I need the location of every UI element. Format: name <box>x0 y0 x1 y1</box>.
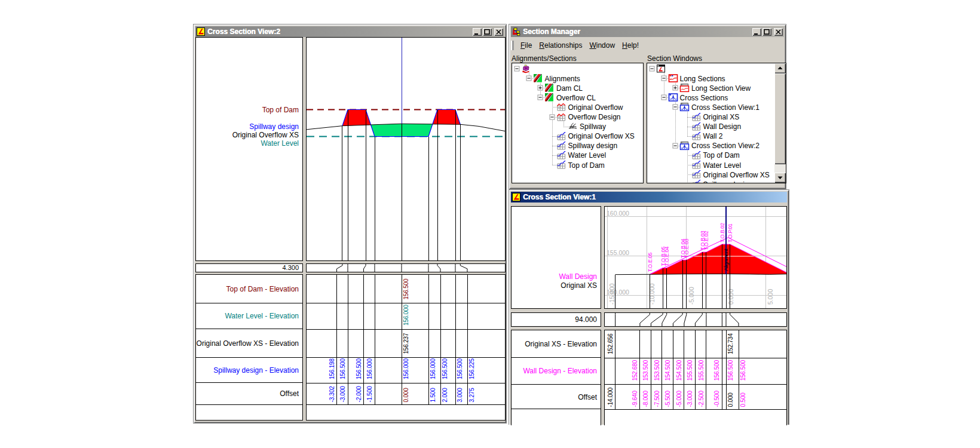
csv1-table-svg: 152.656152.734152.680153.500153.500154.5… <box>605 330 786 425</box>
tree-expander-minus[interactable] <box>661 95 666 100</box>
scroll-down-button[interactable] <box>774 173 786 183</box>
csv2-table-svg: 156.500156.000156.237156.198156.500156.5… <box>307 275 505 420</box>
alignments-tree-node[interactable]: Original Overflow <box>568 103 623 112</box>
table-value: 156.000 <box>430 358 436 379</box>
series-label: Original XS <box>561 281 597 290</box>
table-value: 153.500 <box>642 360 649 381</box>
tree-expander-minus[interactable] <box>514 66 520 72</box>
table-value: 152.680 <box>632 360 638 381</box>
alignments-tree-node[interactable]: Overflow CL <box>556 94 596 102</box>
csv2-band-label-cell: 4.300 <box>195 263 303 272</box>
band-connector <box>640 313 650 326</box>
windows-tree-node[interactable]: Cross Section View:1 <box>691 103 760 112</box>
windows-tree-node[interactable]: Cross Section View:2 <box>691 142 760 150</box>
profB-icon <box>556 141 566 151</box>
table-value: 3.275 <box>468 388 475 403</box>
scroll-thumb[interactable] <box>774 73 786 164</box>
csv2-close-button[interactable] <box>494 28 503 36</box>
tree-expander-minus[interactable] <box>673 105 678 110</box>
alignments-tree-node[interactable]: Overflow Design <box>568 113 621 121</box>
csv2-table: 156.500156.000156.237156.198156.500156.5… <box>306 274 506 421</box>
csv1-titlebar[interactable]: Cross Section View:1 <box>511 192 787 202</box>
manager-close-button[interactable] <box>774 28 783 36</box>
elevation-tick-label: 160.000 <box>607 210 629 217</box>
csv2-titlebar[interactable]: Cross Section View:2 <box>195 26 504 37</box>
table-value: 1.500 <box>430 388 436 403</box>
window-section-manager: Section Manager FileRelationshipsWindowH… <box>509 24 786 189</box>
profR-icon <box>556 112 566 122</box>
tree-expander-plus[interactable] <box>538 85 543 91</box>
table-value: 2.000 <box>442 388 448 403</box>
table-row-label: Wall Design - Elevation <box>523 367 597 375</box>
alignments-tree-node[interactable]: Spillway design <box>568 142 618 150</box>
table-value: -2.000 <box>356 386 362 403</box>
windows-tree-node[interactable]: Original XS <box>703 113 740 121</box>
windows-tree-node[interactable]: Wall Design <box>703 122 742 131</box>
series-label: Wall Design <box>559 272 597 281</box>
menubar-grip[interactable] <box>511 41 514 50</box>
windows-tree-node[interactable]: Long Sections <box>680 75 725 83</box>
manager-minimize-button[interactable] <box>752 28 761 36</box>
profR-icon <box>556 102 566 112</box>
menu-file[interactable]: File <box>517 40 535 51</box>
alignments-tree-node[interactable]: Water Level <box>568 151 607 159</box>
scroll-up-button[interactable] <box>774 63 786 73</box>
profB-icon <box>691 151 702 160</box>
csv2-title: Cross Section View:2 <box>207 27 280 36</box>
table-value: -1.500 <box>366 386 373 403</box>
windows-tree-node[interactable]: Long Section View <box>691 84 751 93</box>
csv2-maximize-button[interactable] <box>483 28 492 36</box>
tree-expander-minus[interactable] <box>526 76 531 81</box>
table-value: 156.198 <box>329 358 335 379</box>
tree-expander-minus[interactable] <box>661 76 666 81</box>
table-value: 156.225 <box>468 358 475 379</box>
windows-tree-node[interactable]: Wall 2 <box>703 132 723 140</box>
table-row-label: Top of Dam - Elevation <box>226 285 299 293</box>
tree-expander-plus[interactable] <box>673 85 678 91</box>
table-value: 156.500 <box>457 358 463 379</box>
menu-relationships[interactable]: Relationships <box>535 40 586 51</box>
table-value: 156.500 <box>727 360 734 381</box>
tree-expander-minus[interactable] <box>673 143 678 148</box>
csv2-chainage-value: 4.300 <box>282 264 299 272</box>
windows-tree-node[interactable]: Water Level <box>703 161 742 170</box>
tree-scrollbar[interactable] <box>774 63 786 183</box>
tree-expander-minus[interactable] <box>538 95 543 100</box>
band-connector <box>651 313 663 326</box>
csv2-minimize-button[interactable] <box>473 28 482 36</box>
table-value: -0.500 <box>713 391 720 407</box>
alignments-tree-node[interactable]: Alignments <box>545 75 580 83</box>
manager-maximize-button[interactable] <box>762 28 771 36</box>
string-marker-label: T.O.E.02 <box>703 231 709 250</box>
csv1-drawing-area[interactable]: 160.000155.000150.000-15.000-10.000-5.00… <box>604 206 787 309</box>
tree-expander-minus[interactable] <box>650 66 655 72</box>
windows-tree-node[interactable]: Cross Sections <box>680 94 728 102</box>
windows-tree-node[interactable]: Top of Dam <box>703 151 740 159</box>
alignments-tree-node[interactable]: Spillway <box>580 122 606 131</box>
csv1-table: 152.656152.734152.680153.500153.500154.5… <box>604 330 787 425</box>
csv1-title: Cross Section View:1 <box>523 193 596 201</box>
windows-tree-node[interactable]: Original Overflow XS <box>703 171 770 179</box>
alignments-tree-node[interactable]: Dam CL <box>556 84 583 93</box>
table-value: -5.500 <box>664 391 671 407</box>
section-manager-icon <box>512 27 520 36</box>
table-row-line <box>512 357 601 358</box>
alignments-tree-node[interactable]: Original Overflow XS <box>568 132 635 140</box>
table-value: -9.640 <box>632 391 638 407</box>
menu-help[interactable]: Help! <box>618 40 642 51</box>
csv2-drawing-area[interactable] <box>306 37 506 261</box>
alignments-tree-node[interactable]: Top of Dam <box>568 161 605 170</box>
tree-expander-minus[interactable] <box>549 114 555 119</box>
table-row-label: Original Overflow XS - Elevation <box>197 339 299 348</box>
windows-tree-node[interactable]: Spillway design <box>703 180 753 183</box>
band-connector <box>364 264 366 272</box>
manager-titlebar[interactable]: Section Manager <box>511 26 784 37</box>
series-label: Original Overflow XS <box>232 131 299 139</box>
panel1-caption: Alignments/Sections <box>512 54 577 63</box>
menu-window[interactable]: Window <box>586 40 618 51</box>
string-marker-label: T.O.E.04 <box>664 247 670 266</box>
table-value: 155.500 <box>698 360 705 381</box>
band-connector <box>662 313 667 326</box>
app-l-icon2 <box>512 193 520 201</box>
band-connector <box>730 313 739 326</box>
